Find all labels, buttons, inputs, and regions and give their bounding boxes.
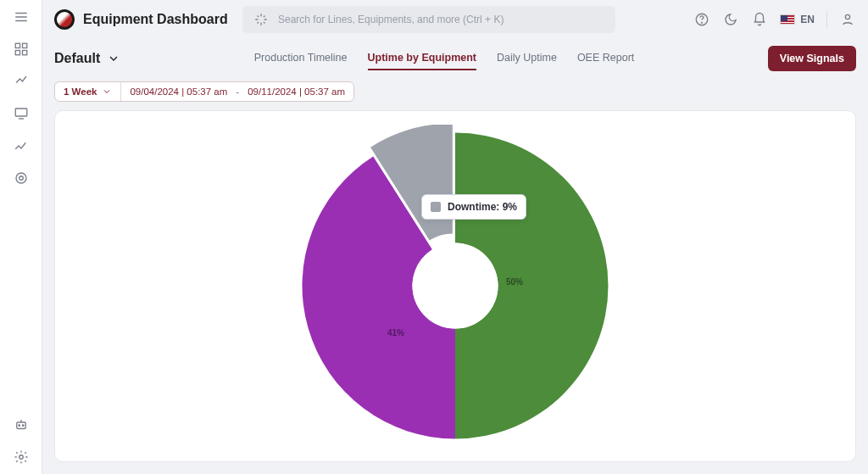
monitor-icon[interactable] xyxy=(13,105,30,122)
svg-point-9 xyxy=(22,425,24,427)
language-selector[interactable]: EN xyxy=(780,14,815,25)
svg-rect-2 xyxy=(15,51,19,55)
chart-tooltip: Downtime: 9% xyxy=(421,194,526,220)
svg-point-10 xyxy=(19,455,23,460)
trend-icon[interactable] xyxy=(13,137,30,154)
donut-hole xyxy=(412,243,498,329)
svg-rect-1 xyxy=(22,43,26,47)
dashboard-icon[interactable] xyxy=(13,41,30,58)
menu-icon[interactable] xyxy=(13,8,30,25)
period-label: 1 Week xyxy=(64,86,97,97)
filter-bar: 1 Week 09/04/2024 | 05:37 am - 09/11/202… xyxy=(42,78,868,110)
tabs: Production Timeline Uptime by Equipment … xyxy=(254,47,635,70)
date-range-chip: 1 Week 09/04/2024 | 05:37 am - 09/11/202… xyxy=(54,81,354,102)
chevron-down-icon xyxy=(102,86,112,97)
svg-point-6 xyxy=(19,176,23,181)
notification-icon[interactable] xyxy=(751,11,768,28)
period-selector[interactable]: 1 Week xyxy=(55,82,121,101)
robot-icon[interactable] xyxy=(13,416,30,433)
tab-daily-uptime[interactable]: Daily Uptime xyxy=(497,47,557,70)
date-range-display[interactable]: 09/04/2024 | 05:37 am - 09/11/2024 | 05:… xyxy=(121,82,353,101)
page-title: Equipment Dashboard xyxy=(83,12,228,27)
donut-svg xyxy=(294,125,616,447)
flag-us-icon xyxy=(780,14,795,25)
theme-icon[interactable] xyxy=(722,11,739,28)
svg-rect-0 xyxy=(15,43,19,47)
svg-rect-4 xyxy=(15,109,27,116)
svg-point-13 xyxy=(845,14,849,19)
date-from: 09/04/2024 | 05:37 am xyxy=(130,86,227,97)
chart-card: 50% 41% Downtime: 9% xyxy=(54,110,856,462)
topbar-actions: EN xyxy=(693,11,856,28)
sub-header: Default Production Timeline Uptime by Eq… xyxy=(42,39,868,78)
view-selector[interactable]: Default xyxy=(54,51,120,66)
view-signals-button[interactable]: View Signals xyxy=(768,46,856,71)
global-search[interactable] xyxy=(242,6,615,33)
alerts-icon[interactable] xyxy=(13,170,30,187)
tab-oee-report[interactable]: OEE Report xyxy=(577,47,634,70)
help-icon[interactable] xyxy=(693,11,710,28)
sparkle-icon xyxy=(253,11,270,28)
top-bar: Equipment Dashboard EN xyxy=(42,0,868,39)
chevron-down-icon xyxy=(107,52,120,65)
tooltip-swatch xyxy=(431,202,441,212)
tab-uptime-by-equipment[interactable]: Uptime by Equipment xyxy=(368,47,476,70)
date-to: 09/11/2024 | 05:37 am xyxy=(248,86,345,97)
svg-point-5 xyxy=(16,173,26,183)
view-selector-label: Default xyxy=(54,51,100,66)
svg-point-8 xyxy=(19,425,20,427)
main-area: Equipment Dashboard EN xyxy=(42,0,868,474)
svg-point-12 xyxy=(702,22,703,23)
left-nav-rail xyxy=(0,0,42,474)
share-icon[interactable] xyxy=(13,73,30,90)
language-code: EN xyxy=(800,14,815,25)
search-input[interactable] xyxy=(278,14,605,25)
svg-rect-3 xyxy=(22,51,26,55)
brand-logo-icon xyxy=(54,9,75,30)
divider xyxy=(826,11,827,28)
user-icon[interactable] xyxy=(839,11,856,28)
settings-icon[interactable] xyxy=(13,449,30,466)
brand: Equipment Dashboard xyxy=(54,9,232,30)
uptime-donut-chart[interactable]: 50% 41% Downtime: 9% xyxy=(294,125,616,447)
tab-production-timeline[interactable]: Production Timeline xyxy=(254,47,348,70)
tooltip-label: Downtime: 9% xyxy=(448,201,517,213)
date-separator: - xyxy=(232,86,242,97)
